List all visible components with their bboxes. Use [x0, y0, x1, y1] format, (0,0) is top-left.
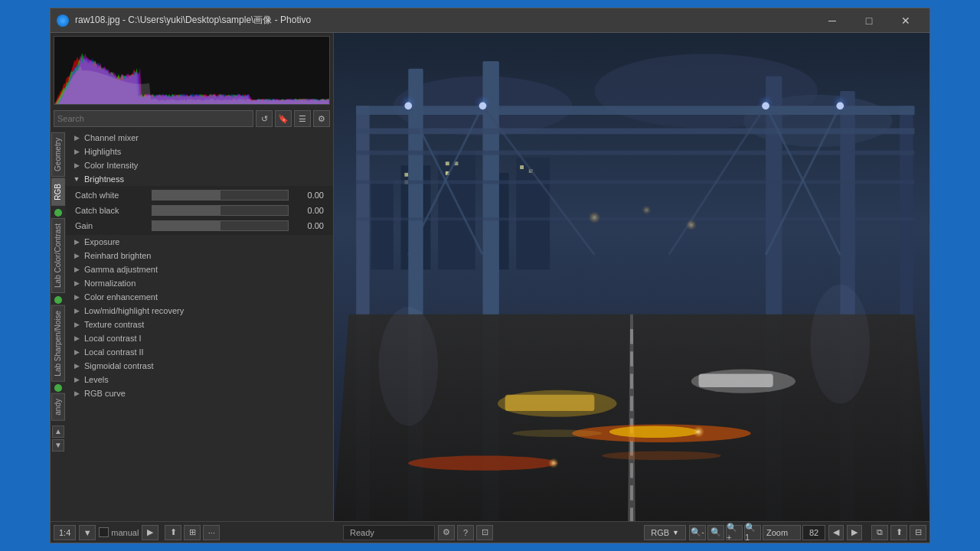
filter-brightness[interactable]: ▼ Brightness [66, 172, 333, 186]
slider-gain-fill [152, 221, 220, 230]
svg-point-67 [378, 307, 438, 426]
title-bar: raw108.jpg - C:\Users\yuki\Desktop\sampl… [51, 8, 929, 33]
settings-status-button[interactable]: ⚙ [438, 525, 455, 540]
filter-sigmoidal[interactable]: ▶ Sigmoidal contrast [66, 359, 333, 373]
brightness-sub: Catch white 0.00 Catch black 0.00 [66, 186, 333, 235]
reset-button[interactable]: ↺ [256, 110, 273, 127]
histogram [54, 36, 330, 105]
filter-sigmoidal-label: Sigmoidal contrast [84, 361, 154, 370]
arrow-color-enhancement: ▶ [72, 292, 81, 302]
arrow-color-intensity: ▶ [72, 161, 81, 170]
filter-reinhard-label: Reinhard brighten [84, 251, 151, 260]
filter-texture-contrast[interactable]: ▶ Texture contrast [66, 318, 333, 331]
svg-rect-23 [356, 106, 914, 115]
status-center: Ready ⚙ ? ⊡ [337, 525, 644, 540]
vtab-andy[interactable]: andy [51, 393, 65, 421]
filter-reinhard[interactable]: ▶ Reinhard brighten [66, 249, 333, 262]
search-input[interactable] [54, 110, 253, 127]
arrow-highlights: ▶ [72, 147, 81, 156]
vtab-geometry[interactable]: Geometry [51, 132, 65, 177]
filter-channel-mixer[interactable]: ▶ Channel mixer [66, 131, 333, 145]
share-button[interactable]: ⬆ [890, 525, 907, 540]
svg-point-63 [408, 455, 557, 470]
filter-highlights[interactable]: ▶ Highlights [66, 145, 333, 158]
svg-point-65 [602, 452, 721, 461]
rgb-dropdown-arrow[interactable]: ▼ [672, 529, 679, 536]
zoom-100-button[interactable]: 🔍1 [744, 525, 761, 540]
slider-catch-black-bar[interactable] [152, 205, 289, 216]
filter-gamma[interactable]: ▶ Gamma adjustment [66, 262, 333, 276]
tab-up-button[interactable]: ▲ [52, 425, 64, 438]
svg-rect-15 [520, 165, 524, 169]
prev-button[interactable]: ◀ [828, 525, 844, 540]
svg-rect-12 [446, 161, 449, 165]
copy-button[interactable]: ⧉ [871, 525, 888, 540]
settings-button[interactable]: ⚙ [313, 110, 330, 127]
bookmark-button[interactable]: 🔖 [275, 110, 292, 127]
zoom-in-icon[interactable]: 🔍+ [726, 525, 743, 540]
toolbar-row: ↺ 🔖 ☰ ⚙ [51, 108, 333, 129]
fullscreen-view-button[interactable]: ⊟ [910, 525, 926, 540]
main-area: ↺ 🔖 ☰ ⚙ Geometry RGB Lab Color/Contrast … [51, 33, 929, 521]
svg-point-53 [589, 211, 601, 223]
zoom-input[interactable] [763, 525, 801, 540]
slider-catch-black: Catch black 0.00 [66, 203, 333, 218]
slider-gain-bar[interactable] [152, 220, 289, 231]
more-button[interactable]: ··· [203, 525, 220, 540]
filter-color-enhancement[interactable]: ▶ Color enhancement [66, 290, 333, 304]
arrow-gamma: ▶ [72, 265, 81, 274]
close-button[interactable]: ✕ [888, 9, 923, 32]
filter-local-contrast-1[interactable]: ▶ Local contrast I [66, 331, 333, 345]
slider-catch-white-bar[interactable] [152, 190, 289, 201]
arrow-low-mid: ▶ [72, 306, 81, 315]
filter-exposure[interactable]: ▶ Exposure [66, 235, 333, 249]
svg-rect-39 [630, 396, 633, 411]
minimize-button[interactable]: ─ [815, 9, 850, 32]
next-button[interactable]: ▶ [847, 525, 862, 540]
arrow-levels: ▶ [72, 375, 81, 384]
filter-rgb-curve[interactable]: ▶ RGB curve [66, 386, 333, 400]
slider-catch-white-fill [152, 191, 220, 200]
zoom-down-button[interactable]: ▼ [79, 525, 96, 540]
filter-channel-mixer-label: Channel mixer [84, 133, 139, 142]
filter-normalization[interactable]: ▶ Normalization [66, 276, 333, 290]
filter-tabs-area: Geometry RGB Lab Color/Contrast Lab Shar… [51, 129, 333, 521]
filter-levels[interactable]: ▶ Levels [66, 373, 333, 386]
list-button[interactable]: ☰ [294, 110, 311, 127]
filter-local-contrast-1-label: Local contrast I [84, 334, 142, 343]
bridge-scene [334, 33, 929, 521]
status-left: 1:4 ▼ manual ▶ ⬆ ⊞ ··· [54, 525, 337, 540]
fullscreen-button[interactable]: ⊡ [476, 525, 493, 540]
rgb-label: RGB [651, 528, 669, 537]
help-button[interactable]: ? [457, 525, 474, 540]
svg-rect-43 [630, 485, 633, 500]
vtab-lab-color[interactable]: Lab Color/Contrast [51, 218, 65, 293]
manual-checkbox[interactable] [99, 527, 109, 537]
export-button[interactable]: ⬆ [165, 525, 181, 540]
svg-point-61 [609, 426, 699, 439]
zoom-out-icon[interactable]: 🔍- [689, 525, 706, 540]
vtab-lab-sharpen[interactable]: Lab Sharpen/Noise [51, 305, 65, 382]
svg-rect-27 [356, 217, 914, 220]
filter-color-intensity[interactable]: ▶ Color Intensity [66, 158, 333, 172]
slider-gain-value: 0.00 [293, 221, 324, 230]
slider-catch-white: Catch white 0.00 [66, 187, 333, 203]
arrow-rgb-curve: ▶ [72, 389, 81, 398]
right-icons: ⧉ ⬆ ⊟ [871, 525, 926, 540]
filter-local-contrast-2[interactable]: ▶ Local contrast II [66, 345, 333, 359]
filter-color-intensity-label: Color Intensity [84, 161, 138, 170]
vtab-rgb[interactable]: RGB [51, 178, 65, 206]
slider-catch-black-value: 0.00 [293, 206, 324, 215]
main-window: raw108.jpg - C:\Users\yuki\Desktop\sampl… [50, 8, 930, 543]
layout-button[interactable]: ⊞ [184, 525, 201, 540]
zoom-fit-button[interactable]: 🔍 [707, 525, 724, 540]
filter-exposure-label: Exposure [84, 237, 119, 246]
filter-local-contrast-2-label: Local contrast II [84, 347, 144, 357]
slider-catch-white-label: Catch white [75, 191, 152, 200]
filter-low-mid[interactable]: ▶ Low/mid/highlight recovery [66, 304, 333, 318]
maximize-button[interactable]: □ [851, 9, 887, 32]
filter-texture-contrast-label: Texture contrast [84, 320, 144, 329]
arrow-local-contrast-1: ▶ [72, 334, 81, 343]
play-button[interactable]: ▶ [142, 525, 158, 540]
tab-down-button[interactable]: ▼ [52, 439, 64, 452]
